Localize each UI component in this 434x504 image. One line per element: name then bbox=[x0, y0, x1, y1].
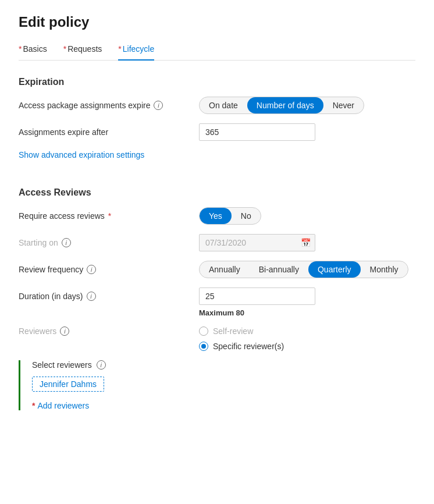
require-reviews-star: * bbox=[108, 211, 111, 221]
reviewers-label: Reviewers i bbox=[19, 326, 199, 336]
frequency-row: Review frequency i Annually Bi-annually … bbox=[19, 261, 415, 278]
advanced-expiration-link[interactable]: Show advanced expiration settings bbox=[19, 150, 144, 159]
require-reviews-row: Require access reviews * Yes No bbox=[19, 207, 415, 225]
assignments-expire-label-text: Assignments expire after bbox=[19, 127, 108, 137]
duration-info-icon[interactable]: i bbox=[87, 292, 96, 301]
tabs-nav: *Basics *Requests *Lifecycle bbox=[19, 44, 415, 61]
frequency-toggle-group: Annually Bi-annually Quarterly Monthly bbox=[199, 261, 408, 278]
calendar-icon: 📅 bbox=[301, 238, 311, 247]
add-reviewers-link[interactable]: Add reviewers bbox=[37, 401, 89, 410]
add-reviewers-row: * Add reviewers bbox=[32, 401, 415, 410]
reviewers-info-icon[interactable]: i bbox=[60, 326, 69, 336]
select-reviewers-info-icon[interactable]: i bbox=[97, 360, 106, 370]
specific-reviewer-option[interactable]: Specific reviewer(s) bbox=[199, 342, 284, 351]
duration-input[interactable] bbox=[199, 288, 315, 305]
requests-required-star: * bbox=[63, 44, 66, 54]
starting-on-label: Starting on i bbox=[19, 238, 199, 247]
access-reviews-section-title: Access Reviews bbox=[19, 187, 415, 198]
duration-label-text: Duration (in days) bbox=[19, 292, 83, 301]
expire-never-btn[interactable]: Never bbox=[323, 97, 364, 113]
freq-monthly-btn[interactable]: Monthly bbox=[361, 261, 408, 278]
require-reviews-label-text: Require access reviews bbox=[19, 211, 105, 221]
reviewer-chip[interactable]: Jennifer Dahms bbox=[32, 377, 104, 392]
freq-annually-btn[interactable]: Annually bbox=[200, 261, 250, 278]
add-reviewers-star: * bbox=[32, 401, 35, 410]
select-reviewers-label: Select reviewers bbox=[32, 360, 92, 370]
tab-basics[interactable]: *Basics bbox=[19, 44, 47, 61]
tab-requests-label: Requests bbox=[67, 44, 102, 54]
expire-number-days-btn[interactable]: Number of days bbox=[247, 97, 323, 113]
freq-quarterly-btn[interactable]: Quarterly bbox=[308, 261, 361, 278]
require-reviews-toggle-group: Yes No bbox=[199, 207, 261, 225]
self-review-radio[interactable] bbox=[199, 326, 208, 336]
self-review-option[interactable]: Self-review bbox=[199, 326, 284, 336]
freq-biannually-btn[interactable]: Bi-annually bbox=[250, 261, 308, 278]
expire-info-icon[interactable]: i bbox=[154, 101, 163, 110]
starting-on-info-icon[interactable]: i bbox=[62, 238, 71, 247]
tab-requests[interactable]: *Requests bbox=[63, 44, 102, 61]
self-review-label: Self-review bbox=[213, 326, 253, 336]
frequency-info-icon[interactable]: i bbox=[87, 265, 96, 274]
duration-row: Duration (in days) i bbox=[19, 288, 415, 305]
expire-row: Access package assignments expire i On d… bbox=[19, 97, 415, 114]
access-reviews-section: Access Reviews Require access reviews * … bbox=[19, 187, 415, 410]
starting-on-row: Starting on i 📅 bbox=[19, 234, 415, 251]
duration-max-note: Maximum 80 bbox=[199, 308, 415, 317]
select-reviewers-header: Select reviewers i bbox=[32, 360, 415, 370]
specific-reviewer-label: Specific reviewer(s) bbox=[213, 342, 284, 351]
starting-on-label-text: Starting on bbox=[19, 238, 58, 247]
basics-required-star: * bbox=[19, 44, 22, 54]
frequency-label: Review frequency i bbox=[19, 265, 199, 274]
starting-on-input bbox=[199, 234, 315, 251]
tab-basics-label: Basics bbox=[23, 44, 47, 54]
expire-label: Access package assignments expire i bbox=[19, 101, 199, 110]
expiration-section-title: Expiration bbox=[19, 77, 415, 87]
expire-on-date-btn[interactable]: On date bbox=[200, 97, 247, 113]
require-yes-btn[interactable]: Yes bbox=[200, 208, 232, 224]
reviewer-type-group: Self-review Specific reviewer(s) bbox=[199, 326, 284, 351]
page-title: Edit policy bbox=[19, 14, 415, 30]
reviewers-label-text: Reviewers bbox=[19, 326, 56, 336]
frequency-label-text: Review frequency bbox=[19, 265, 83, 274]
tab-lifecycle-label: Lifecycle bbox=[123, 44, 154, 54]
tab-lifecycle[interactable]: *Lifecycle bbox=[118, 44, 154, 61]
reviewers-row: Reviewers i Self-review Specific reviewe… bbox=[19, 326, 415, 351]
select-reviewers-section: Select reviewers i Jennifer Dahms * Add … bbox=[19, 360, 415, 410]
assignments-expire-input[interactable] bbox=[199, 123, 315, 141]
expiration-section: Expiration Access package assignments ex… bbox=[19, 77, 415, 173]
assignments-expire-row: Assignments expire after bbox=[19, 123, 415, 141]
duration-label: Duration (in days) i bbox=[19, 292, 199, 301]
expire-toggle-group: On date Number of days Never bbox=[199, 97, 364, 114]
lifecycle-required-star: * bbox=[118, 44, 121, 54]
starting-on-wrapper: 📅 bbox=[199, 234, 315, 251]
assignments-expire-label: Assignments expire after bbox=[19, 127, 199, 137]
require-reviews-label: Require access reviews * bbox=[19, 211, 199, 221]
expire-label-text: Access package assignments expire bbox=[19, 101, 150, 110]
require-no-btn[interactable]: No bbox=[232, 208, 261, 224]
specific-reviewer-radio[interactable] bbox=[199, 342, 208, 351]
